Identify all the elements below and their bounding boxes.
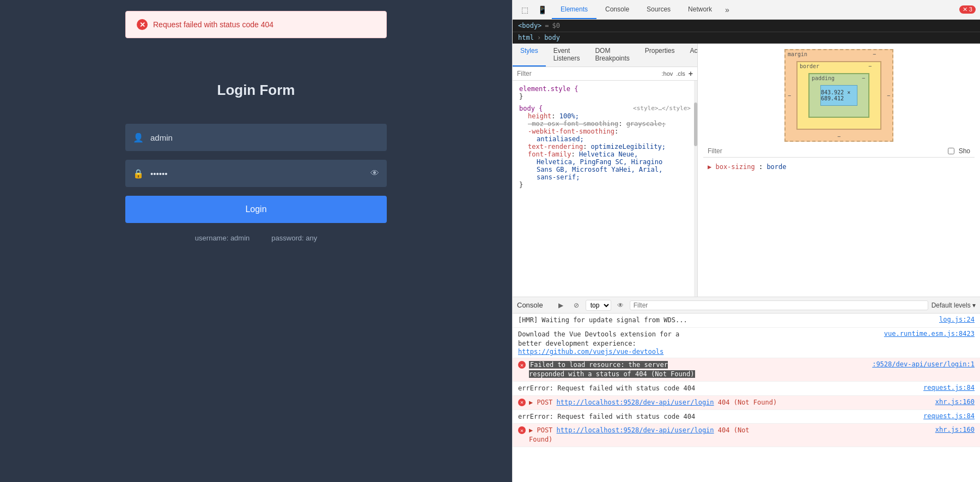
padding-label: padding — [812, 75, 835, 81]
inspect-icon[interactable]: ⬚ — [517, 2, 532, 17]
post-link-2[interactable]: http://localhost:9528/dev-api/user/login — [557, 426, 714, 434]
border-label: border — [800, 63, 819, 69]
breadcrumb-html[interactable]: <body> — [518, 22, 541, 29]
box-filter-input[interactable] — [708, 147, 944, 155]
console-eye-icon[interactable]: 👁 — [614, 299, 626, 311]
cls-toggle[interactable]: .cls — [676, 70, 685, 77]
scrollbar-thumb[interactable] — [694, 103, 697, 146]
post-link-1[interactable]: http://localhost:9528/dev-api/user/login — [557, 399, 714, 406]
styles-tab-properties[interactable]: Properties — [637, 44, 683, 67]
form-title: Login Form — [217, 82, 295, 99]
styles-filter-input[interactable] — [517, 70, 659, 77]
margin-label: margin — [788, 51, 807, 57]
css-code-area: element.style { } body { <style>…</style… — [513, 81, 697, 297]
errerror-source-2[interactable]: request.js:84 — [923, 412, 975, 421]
console-area: Console ▶ ⊘ top 👁 Default levels ▾ [HMR]… — [513, 297, 980, 482]
errerror-source-1[interactable]: request.js:84 — [923, 384, 975, 393]
console-levels[interactable]: Default levels ▾ — [932, 302, 976, 309]
vue-source[interactable]: vue.runtime.esm.js:8423 — [884, 330, 975, 348]
errerror-text-1: errError: Request failed with status cod… — [518, 384, 923, 393]
box-content: 843.922 × 689.412 — [820, 85, 857, 106]
errerror-text-2: errError: Request failed with status cod… — [518, 412, 923, 421]
app-panel: ✕ Request failed with status code 404 Lo… — [0, 0, 512, 482]
console-msg-hmr: [HMR] Waiting for update signal from WDS… — [513, 314, 980, 328]
error-icon-3: ✕ — [518, 426, 526, 434]
login-button[interactable]: Login — [125, 196, 387, 223]
error-icon: ✕ — [137, 19, 148, 30]
more-tabs-button[interactable]: » — [721, 0, 734, 19]
tab-sources[interactable]: Sources — [638, 0, 679, 19]
error-icon-2: ✕ — [518, 399, 526, 406]
show-label: Sho — [959, 147, 970, 155]
box-sizing-val: borde — [766, 163, 786, 171]
eye-toggle-icon[interactable]: 👁 — [370, 168, 379, 178]
post-found-text: Found) — [529, 436, 552, 443]
console-msg-vue: Download the Vue Devtools extension for … — [513, 328, 980, 359]
error-count-badge: ✕ 3 — [959, 5, 976, 14]
add-style-rule[interactable]: + — [689, 69, 693, 78]
show-checkbox[interactable] — [948, 148, 954, 154]
content-size: 843.922 × 689.412 — [821, 89, 857, 101]
post-source-2[interactable]: xhr.js:160 — [935, 426, 975, 435]
box-model-panel: margin − border − padding − 843.922 × 68… — [698, 44, 980, 297]
console-filter-input[interactable] — [630, 300, 928, 310]
post-error-text-1: ▶ POST http://localhost:9528/dev-api/use… — [529, 398, 935, 407]
styles-tab-styles[interactable]: Styles — [513, 44, 546, 67]
error-text: Request failed with status code 404 — [153, 20, 273, 29]
username-wrapper: 👤 — [125, 124, 387, 151]
error-icon-1: ✕ — [518, 361, 526, 369]
margin-dash-left: − — [788, 93, 791, 99]
console-stop-icon[interactable]: ⊘ — [570, 299, 582, 311]
username-input[interactable] — [150, 133, 379, 142]
styles-panel: Styles Event Listeners DOM Breakpoints P… — [513, 44, 698, 297]
styles-tab-accessibility[interactable]: Accessibility — [682, 44, 698, 67]
console-msg-404-resource: ✕ Failed to load resource: the serverres… — [513, 358, 980, 382]
box-sizing-colon: : — [759, 163, 766, 171]
filter-bar: :hov .cls + — [513, 67, 697, 81]
console-context-select[interactable]: top — [586, 300, 611, 311]
devtools-toolbar: ⬚ 📱 Elements Console Sources Network » ✕… — [513, 0, 980, 20]
css-block-body: body { <style>…</style> height: 100%; -m… — [519, 105, 691, 189]
password-input[interactable] — [150, 169, 370, 178]
resource-error-text: Failed to load resource: the serverrespo… — [529, 360, 872, 379]
breadcrumb-html-item[interactable]: html — [518, 34, 534, 41]
tab-console[interactable]: Console — [596, 0, 638, 19]
resource-error-source[interactable]: :9528/dev-api/user/login:1 — [872, 360, 975, 379]
error-banner: ✕ Request failed with status code 404 — [125, 11, 387, 38]
hint-text: username: admin password: any — [195, 234, 317, 242]
breadcrumb-body-item[interactable]: body — [544, 34, 560, 41]
vue-text: Download the Vue Devtools extension for … — [518, 330, 884, 348]
device-icon[interactable]: 📱 — [534, 2, 550, 17]
margin-dash-top: − — [873, 51, 876, 57]
hmr-text: [HMR] Waiting for update signal from WDS… — [518, 316, 939, 325]
console-messages: [HMR] Waiting for update signal from WDS… — [513, 314, 980, 482]
console-msg-post-2: ✕ ▶ POST http://localhost:9528/dev-api/u… — [513, 424, 980, 447]
password-wrapper: 🔒 👁 — [125, 160, 387, 187]
devtools-tabs: Elements Console Sources Network » — [552, 0, 734, 19]
hmr-source[interactable]: log.js:24 — [939, 316, 975, 325]
devtools-panel: ⬚ 📱 Elements Console Sources Network » ✕… — [512, 0, 980, 482]
vue-devtools-link[interactable]: https://github.com/vuejs/vue-devtools — [518, 348, 664, 356]
styles-tab-event-listeners[interactable]: Event Listeners — [546, 44, 588, 67]
tab-network[interactable]: Network — [679, 0, 721, 19]
console-run-icon[interactable]: ▶ — [555, 299, 567, 311]
hov-toggle[interactable]: :hov — [662, 70, 673, 77]
box-model-diagram: margin − border − padding − 843.922 × 68… — [784, 49, 893, 142]
css-block-element-style: element.style { } — [519, 85, 691, 100]
dom-breadcrumb: html › body — [513, 32, 980, 44]
user-icon: 👤 — [133, 132, 144, 143]
login-form: Login Form 👤 🔒 👁 Login username: admin p… — [125, 82, 387, 242]
console-msg-post-1: ✕ ▶ POST http://localhost:9528/dev-api/u… — [513, 396, 980, 410]
post-source-1[interactable]: xhr.js:160 — [935, 398, 975, 407]
tab-elements[interactable]: Elements — [552, 0, 596, 19]
scrollbar-track[interactable] — [694, 81, 697, 297]
devtools-main: Styles Event Listeners DOM Breakpoints P… — [513, 44, 980, 297]
styles-tab-dom-breakpoints[interactable]: DOM Breakpoints — [587, 44, 637, 67]
error-highlight: Failed to load resource: the serverrespo… — [529, 361, 695, 378]
box-sizing-prop: ▶ box-sizing — [708, 163, 755, 171]
box-filter-bar: Sho — [703, 145, 975, 158]
elements-breadcrumb: <body> = $0 — [513, 20, 980, 32]
box-model-css: ▶ box-sizing : borde — [703, 161, 975, 173]
console-toolbar: Console ▶ ⊘ top 👁 Default levels ▾ — [513, 297, 980, 314]
padding-dash-top: − — [862, 75, 865, 81]
